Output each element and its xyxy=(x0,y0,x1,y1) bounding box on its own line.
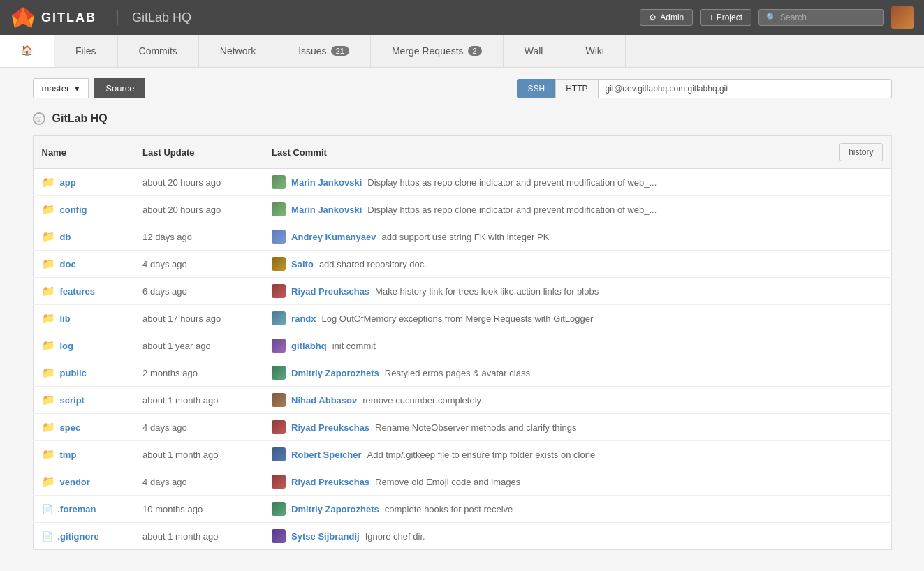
file-link[interactable]: log xyxy=(60,341,74,351)
author-link[interactable]: Sytse Sijbrandij xyxy=(291,531,360,542)
author-link[interactable]: Dmitriy Zaporozhets xyxy=(291,368,379,378)
last-commit-cell: Nihad Abbasov remove cucumber completely xyxy=(263,387,809,414)
history-cell xyxy=(809,359,891,387)
last-update-cell: 4 days ago xyxy=(134,414,263,441)
table-row: 📄 .gitignore about 1 month ago Sytse Sij… xyxy=(33,523,891,550)
tab-wiki[interactable]: Wiki xyxy=(564,35,625,67)
table-row: 📁 script about 1 month ago Nihad Abbasov… xyxy=(33,387,891,414)
commit-message: Display https as repo clone indicator an… xyxy=(367,177,657,188)
author-link[interactable]: Nihad Abbasov xyxy=(291,395,357,406)
author-link[interactable]: randx xyxy=(291,313,316,324)
last-update-cell: 4 days ago xyxy=(134,468,263,496)
file-link[interactable]: lib xyxy=(60,313,71,324)
last-commit-cell: Riyad Preukschas Remove old Emoji code a… xyxy=(263,468,809,496)
author-link[interactable]: Riyad Preukschas xyxy=(291,286,369,297)
folder-icon: 📁 xyxy=(42,285,55,297)
commit-message: Restyled erros pages & avatar class xyxy=(385,368,530,378)
http-button[interactable]: HTTP xyxy=(555,79,598,98)
tab-wall[interactable]: Wall xyxy=(504,35,565,67)
table-row: 📁 tmp about 1 month ago Robert Speicher … xyxy=(33,441,891,468)
ssh-button[interactable]: SSH xyxy=(517,79,555,98)
file-link[interactable]: .gitignore xyxy=(58,531,99,542)
author-link[interactable]: Riyad Preukschas xyxy=(291,477,369,487)
folder-icon: 📁 xyxy=(42,230,55,243)
file-link[interactable]: features xyxy=(60,286,96,297)
last-commit-cell: gitlabhq init commit xyxy=(263,332,809,359)
folder-icon: 📁 xyxy=(42,448,55,461)
tab-files[interactable]: Files xyxy=(54,35,118,67)
last-commit-cell: Robert Speicher Add tmp/.gitkeep file to… xyxy=(263,441,809,468)
author-avatar xyxy=(272,257,286,271)
author-avatar xyxy=(272,393,286,407)
table-row: 📁 public 2 months ago Dmitriy Zaporozhet… xyxy=(33,359,891,387)
author-link[interactable]: Robert Speicher xyxy=(291,450,361,460)
file-link[interactable]: spec xyxy=(60,422,81,433)
user-avatar[interactable] xyxy=(891,6,914,29)
file-link[interactable]: .foreman xyxy=(58,504,96,514)
file-link[interactable]: script xyxy=(60,395,85,406)
file-link[interactable]: db xyxy=(60,232,71,242)
header-right: ⚙ Admin + Project 🔍 xyxy=(640,6,914,29)
tab-commits[interactable]: Commits xyxy=(118,35,199,67)
table-row: 📁 features 6 days ago Riyad Preukschas M… xyxy=(33,278,891,305)
history-cell xyxy=(809,196,891,223)
chevron-down-icon: ▾ xyxy=(75,83,80,94)
last-update-cell: about 1 month ago xyxy=(134,441,263,468)
clone-url-input[interactable] xyxy=(599,79,892,98)
col-last-update: Last Update xyxy=(134,136,263,169)
folder-icon: 📁 xyxy=(42,394,55,406)
table-row: 📁 spec 4 days ago Riyad Preukschas Renam… xyxy=(33,414,891,441)
table-row: 📁 db 12 days ago Andrey Kumanyaev add su… xyxy=(33,223,891,251)
file-link[interactable]: public xyxy=(60,368,87,378)
file-name-cell: 📁 public xyxy=(33,359,134,387)
new-project-button[interactable]: + Project xyxy=(700,9,751,26)
search-input[interactable] xyxy=(780,13,877,22)
folder-icon: 📁 xyxy=(42,203,55,216)
author-link[interactable]: Marin Jankovski xyxy=(291,205,362,215)
history-cell xyxy=(809,169,891,196)
file-link[interactable]: app xyxy=(60,177,76,188)
file-link[interactable]: doc xyxy=(60,259,76,269)
history-cell xyxy=(809,387,891,414)
author-avatar xyxy=(272,311,286,325)
logo: GITLAB xyxy=(10,5,96,30)
source-tab[interactable]: Source xyxy=(94,78,145,98)
folder-icon: 📁 xyxy=(42,312,55,325)
author-link[interactable]: Saito xyxy=(291,259,314,269)
history-cell xyxy=(809,496,891,523)
author-link[interactable]: Marin Jankovski xyxy=(291,177,362,188)
author-link[interactable]: Andrey Kumanyaev xyxy=(291,232,376,242)
history-cell xyxy=(809,468,891,496)
author-link[interactable]: Dmitriy Zaporozhets xyxy=(291,504,379,514)
table-row: 📁 config about 20 hours ago Marin Jankov… xyxy=(33,196,891,223)
file-link[interactable]: config xyxy=(60,205,87,215)
history-cell xyxy=(809,305,891,332)
tab-issues[interactable]: Issues 21 xyxy=(277,35,371,67)
file-link[interactable]: vendor xyxy=(60,477,90,487)
table-row: 📁 app about 20 hours ago Marin Jankovski… xyxy=(33,169,891,196)
history-button[interactable]: history xyxy=(839,143,882,161)
folder-icon: 📁 xyxy=(42,366,55,379)
file-link[interactable]: tmp xyxy=(60,450,77,460)
last-commit-cell: Riyad Preukschas Make history link for t… xyxy=(263,278,809,305)
author-avatar xyxy=(272,175,286,189)
commit-message: init commit xyxy=(332,341,376,351)
history-cell xyxy=(809,523,891,550)
author-link[interactable]: Riyad Preukschas xyxy=(291,422,369,433)
search-box[interactable]: 🔍 xyxy=(758,9,884,26)
author-link[interactable]: gitlabhq xyxy=(291,341,327,351)
tab-merge-requests[interactable]: Merge Requests 2 xyxy=(371,35,504,67)
last-commit-cell: Riyad Preukschas Rename NoteObserver met… xyxy=(263,414,809,441)
author-avatar xyxy=(272,420,286,434)
last-commit-cell: Marin Jankovski Display https as repo cl… xyxy=(263,196,809,223)
last-commit-cell: Andrey Kumanyaev add support use string … xyxy=(263,223,809,251)
col-name: Name xyxy=(33,136,134,169)
file-name-cell: 📁 script xyxy=(33,387,134,414)
commit-message: Rename NoteObserver methods and clarify … xyxy=(375,422,576,433)
project-status-icon: ◎ xyxy=(33,112,45,125)
branch-select[interactable]: master ▾ xyxy=(33,78,89,98)
tab-network[interactable]: Network xyxy=(199,35,277,67)
admin-button[interactable]: ⚙ Admin xyxy=(640,9,693,26)
tab-home[interactable]: 🏠 xyxy=(0,35,54,67)
header: GITLAB GitLab HQ ⚙ Admin + Project 🔍 xyxy=(0,0,924,35)
